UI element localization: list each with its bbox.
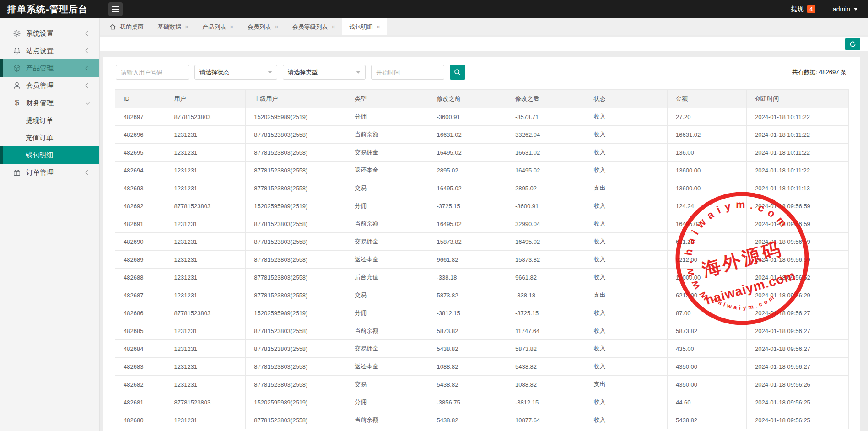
table-cell: 482685 xyxy=(115,322,166,340)
table-cell: 44.60 xyxy=(668,393,747,411)
table-cell: 482682 xyxy=(115,376,166,393)
refresh-icon xyxy=(849,41,856,48)
sidebar-item-3[interactable]: 产品管理 xyxy=(0,59,99,77)
table-body: 4826978778152380315202595989(2519)分佣-360… xyxy=(115,108,849,429)
sidebar-item-2[interactable]: 站点设置 xyxy=(0,42,99,59)
table-cell: 2024-01-18 10:11:22 xyxy=(747,162,849,179)
table-cell: 482689 xyxy=(115,251,166,269)
table-cell: 482694 xyxy=(115,162,166,179)
type-select-value: 请选择类型 xyxy=(288,68,318,76)
refresh-button[interactable] xyxy=(845,38,860,50)
table-cell: 收入 xyxy=(585,251,668,269)
table-cell: 15873.82 xyxy=(507,251,585,269)
table-cell: 返还本金 xyxy=(346,162,428,179)
gift-icon xyxy=(12,168,22,177)
sidebar-subitem[interactable]: 提现订单 xyxy=(0,112,99,129)
table-cell: 2024-01-18 10:11:22 xyxy=(747,108,849,126)
table-cell: 87781523803(2558) xyxy=(246,144,346,162)
sidebar-subitem[interactable]: 钱包明细 xyxy=(0,146,99,164)
table-cell: 2024-01-18 09:56:59 xyxy=(747,197,849,215)
sidebar-item-5[interactable]: $财务管理 xyxy=(0,94,99,112)
table-cell: 收入 xyxy=(585,108,668,126)
table-cell: 16495.02 xyxy=(428,215,507,233)
table-cell: 87781523803 xyxy=(166,108,246,126)
column-header: 上级用户 xyxy=(246,90,346,108)
column-header: 修改之后 xyxy=(507,90,585,108)
tab-3[interactable]: 产品列表× xyxy=(195,18,240,35)
table-row: 482691123123187781523803(2558)当前余额16495.… xyxy=(115,215,849,233)
close-icon[interactable]: × xyxy=(230,24,233,30)
table-cell: 2024-01-18 09:56:25 xyxy=(747,411,849,429)
start-time-input[interactable] xyxy=(371,65,444,80)
table-cell: 5438.82 xyxy=(668,411,747,429)
hamburger-menu-icon[interactable] xyxy=(108,2,123,16)
table-cell: 交易 xyxy=(346,286,428,304)
table-cell: 2024-01-18 09:56:27 xyxy=(747,322,849,340)
table-cell: 15873.82 xyxy=(428,233,507,251)
tab-label: 我的桌面 xyxy=(120,23,144,31)
tab-4[interactable]: 会员列表× xyxy=(240,18,285,35)
close-icon[interactable]: × xyxy=(275,24,278,30)
chevron-left-icon xyxy=(86,31,90,36)
table-row: 4826868778152380315202595989(2519)分佣-381… xyxy=(115,304,849,322)
tab-label: 会员列表 xyxy=(247,23,271,31)
sidebar-item-6[interactable]: 订单管理 xyxy=(0,164,99,181)
table-cell: 87781523803(2558) xyxy=(246,340,346,358)
table-cell: 136.00 xyxy=(668,144,747,162)
chevron-left-icon xyxy=(86,83,90,88)
type-select[interactable]: 请选择类型 xyxy=(283,65,366,80)
table-cell: 87781523803(2558) xyxy=(246,358,346,376)
table-cell: 9661.82 xyxy=(428,251,507,269)
sidebar-item-4[interactable]: 会员管理 xyxy=(0,77,99,94)
table-cell: 2024-01-18 10:11:13 xyxy=(747,179,849,197)
tab-2[interactable]: 基础数据× xyxy=(151,18,195,35)
status-select[interactable]: 请选择状态 xyxy=(194,65,277,80)
search-button[interactable] xyxy=(450,65,465,80)
table-cell: 分佣 xyxy=(346,304,428,322)
table-row: 482694123123187781523803(2558)返还本金2895.0… xyxy=(115,162,849,179)
withdraw-shortcut[interactable]: 提现 4 xyxy=(791,5,815,13)
table-cell: -338.18 xyxy=(428,269,507,286)
close-icon[interactable]: × xyxy=(332,24,335,30)
tab-6[interactable]: 钱包明细× xyxy=(342,18,387,35)
table-row: 482687123123187781523803(2558)交易5873.82-… xyxy=(115,286,849,304)
table-cell: 10000.00 xyxy=(668,269,747,286)
table-row: 482684123123187781523803(2558)交易佣金5438.8… xyxy=(115,340,849,358)
wallet-table: ID用户上级用户类型修改之前修改之后状态金额创建时间 4826978778152… xyxy=(115,89,849,429)
user-menu[interactable]: admin xyxy=(833,5,858,13)
column-header: 状态 xyxy=(585,90,668,108)
username: admin xyxy=(833,5,850,13)
close-icon[interactable]: × xyxy=(185,24,189,30)
table-cell: -3573.71 xyxy=(507,108,585,126)
table-cell: 1231231 xyxy=(166,144,246,162)
sidebar-subitem[interactable]: 充值订单 xyxy=(0,129,99,146)
table-cell: 15202595989(2519) xyxy=(246,197,346,215)
table-cell: 支出 xyxy=(585,286,668,304)
table-cell: 1231231 xyxy=(166,286,246,304)
table-cell: 87781523803(2558) xyxy=(246,286,346,304)
table-cell: 2024-01-18 09:56:26 xyxy=(747,376,849,393)
table-cell: 2024-01-18 10:11:22 xyxy=(747,144,849,162)
tab-label: 钱包明细 xyxy=(349,23,373,31)
table-cell: 交易佣金 xyxy=(346,340,428,358)
table-cell: 后台充值 xyxy=(346,269,428,286)
tab-5[interactable]: 会员等级列表× xyxy=(286,18,342,35)
table-cell: 482688 xyxy=(115,269,166,286)
table-cell: 482683 xyxy=(115,358,166,376)
tab-1[interactable]: 我的桌面 xyxy=(102,18,151,35)
table-cell: 1231231 xyxy=(166,322,246,340)
sidebar-item-1[interactable]: 系统设置 xyxy=(0,25,99,42)
cube-icon xyxy=(12,64,22,73)
table-cell: 2895.02 xyxy=(507,179,585,197)
table-cell: 分佣 xyxy=(346,108,428,126)
app-title: 排单系统-管理后台 xyxy=(0,3,88,16)
dollar-icon: $ xyxy=(12,98,22,108)
table-cell: 2024-01-18 09:56:59 xyxy=(747,251,849,269)
content-card: 请选择状态 请选择类型 共有数据: 482697 条 ID用户上级用户类型修改之… xyxy=(103,57,860,431)
close-icon[interactable]: × xyxy=(377,24,380,30)
table-cell: 当前余额 xyxy=(346,126,428,144)
table-row: 482689123123187781523803(2558)返还本金9661.8… xyxy=(115,251,849,269)
table-cell: 收入 xyxy=(585,269,668,286)
table-cell: 87781523803(2558) xyxy=(246,162,346,179)
user-number-input[interactable] xyxy=(116,65,189,80)
